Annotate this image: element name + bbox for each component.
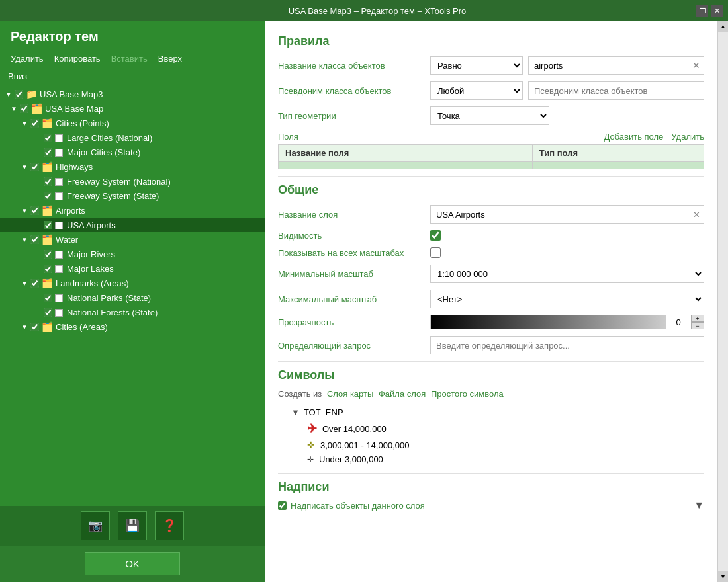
layer-name-input[interactable] xyxy=(430,205,704,224)
class-name-input[interactable] xyxy=(528,56,704,75)
symbol-item-large: ✈ Over 14,000,000 xyxy=(307,419,704,438)
tree-item-majorlakes[interactable]: Major Lakes xyxy=(0,261,265,276)
tree-item-largecities[interactable]: Large Cities (National) xyxy=(0,130,265,145)
tree-item-basemap[interactable]: ▼🗂️USA Base Map xyxy=(0,101,265,116)
tree-checkbox-majorlakes[interactable] xyxy=(44,265,52,273)
transparency-bar[interactable] xyxy=(430,315,666,329)
help-button[interactable]: ❓ xyxy=(155,511,184,540)
alias-label: Псевдоним класса объектов xyxy=(278,86,430,96)
copy-button[interactable]: Копировать xyxy=(52,52,103,65)
tree-item-water[interactable]: ▼🗂️Water xyxy=(0,232,265,247)
layer-name-clear-icon[interactable]: ✕ xyxy=(693,210,700,220)
close-button[interactable]: ✕ xyxy=(711,5,723,17)
create-from-map-layer[interactable]: Слоя карты xyxy=(327,389,373,399)
geom-type-select[interactable]: Точка xyxy=(430,106,549,125)
tree-expand-highways[interactable]: ▼ xyxy=(21,163,29,171)
scroll-down-button[interactable]: ▼ xyxy=(718,571,729,582)
create-from-layer-file[interactable]: Файла слоя xyxy=(379,389,426,399)
tree-item-cities[interactable]: ▼🗂️Cities (Points) xyxy=(0,116,265,130)
tree-checkbox-landmarks[interactable] xyxy=(30,279,39,288)
tree-checkbox-water[interactable] xyxy=(30,235,39,244)
tree-item-natparks[interactable]: National Parks (State) xyxy=(0,290,265,305)
show-all-scales-checkbox[interactable] xyxy=(430,247,441,258)
tree-checkbox-airports[interactable] xyxy=(30,206,39,215)
tree-item-airports[interactable]: ▼🗂️Airports xyxy=(0,203,265,218)
tree-item-majorcities[interactable]: Major Cities (State) xyxy=(0,145,265,159)
scroll-track xyxy=(718,32,728,571)
alias-input[interactable] xyxy=(528,81,704,100)
tree-expand-landmarks[interactable]: ▼ xyxy=(21,280,29,287)
layer-name-row: Название слоя ✕ xyxy=(278,205,704,224)
camera-button[interactable]: 📷 xyxy=(81,511,110,540)
tree-checkbox-freeway1[interactable] xyxy=(44,177,52,186)
tree-container[interactable]: ▼📁USA Base Map3▼🗂️USA Base Map▼🗂️Cities … xyxy=(0,84,265,506)
up-button[interactable]: Вверх xyxy=(156,52,185,65)
transparency-minus[interactable]: − xyxy=(691,322,704,329)
tree-item-citiesareas[interactable]: ▼🗂️Cities (Areas) xyxy=(0,319,265,334)
class-name-select[interactable]: Равно xyxy=(430,56,523,75)
labels-checkbox[interactable] xyxy=(278,501,287,510)
tree-icon-highways: 🗂️ xyxy=(42,161,53,172)
tree-label-water: Water xyxy=(56,235,78,245)
transparency-plus[interactable]: + xyxy=(691,315,704,322)
tree-checkbox-majorrivers[interactable] xyxy=(44,250,52,259)
tree-item-usaairports[interactable]: USA Airports xyxy=(0,218,265,232)
tree-item-majorrivers[interactable]: Major Rivers xyxy=(0,247,265,261)
query-input[interactable] xyxy=(430,336,704,354)
tree-checkbox-usaairports[interactable] xyxy=(44,221,52,229)
create-from-simple-symbol[interactable]: Простого символа xyxy=(431,389,504,399)
tree-item-highways[interactable]: ▼🗂️Highways xyxy=(0,159,265,174)
tree-checkbox-natparks[interactable] xyxy=(44,294,52,302)
tree-icon-largecities xyxy=(55,132,64,143)
tree-checkbox-freeway2[interactable] xyxy=(44,192,52,200)
min-scale-label: Минимальный масштаб xyxy=(278,269,430,279)
far-scrollbar[interactable]: ▲ ▼ xyxy=(717,21,728,582)
tree-checkbox-citiesareas[interactable] xyxy=(30,323,39,331)
tree-item-root[interactable]: ▼📁USA Base Map3 xyxy=(0,87,265,101)
max-scale-select[interactable]: <Нет> xyxy=(430,290,704,308)
add-field-button[interactable]: Добавить поле xyxy=(604,132,663,142)
labels-expand-icon[interactable]: ▼ xyxy=(694,499,704,511)
tree-item-landmarks[interactable]: ▼🗂️Landmarks (Areas) xyxy=(0,276,265,290)
query-label: Определяющий запрос xyxy=(278,341,430,351)
tree-checkbox-majorcities[interactable] xyxy=(44,148,52,157)
symbol-root-expand[interactable]: ▼ xyxy=(291,407,300,417)
tree-checkbox-highways[interactable] xyxy=(30,163,39,171)
tree-expand-root[interactable]: ▼ xyxy=(5,91,13,98)
create-from-row: Создать из Слоя карты Файла слоя Простог… xyxy=(278,389,704,399)
alias-select[interactable]: Любой xyxy=(430,81,523,100)
delete-button[interactable]: Удалить xyxy=(8,52,46,65)
scroll-up-button[interactable]: ▲ xyxy=(718,21,729,32)
tree-checkbox-cities[interactable] xyxy=(30,119,39,128)
tree-expand-citiesareas[interactable]: ▼ xyxy=(21,323,29,331)
delete-field-button[interactable]: Удалить xyxy=(671,132,704,142)
show-all-scales-label: Показывать на всех масштабах xyxy=(278,248,430,258)
query-row: Определяющий запрос xyxy=(278,336,704,354)
min-scale-select[interactable]: 1:10 000 000 xyxy=(430,265,704,283)
tree-expand-water[interactable]: ▼ xyxy=(21,236,29,243)
tree-checkbox-basemap[interactable] xyxy=(20,104,28,113)
class-name-clear-icon[interactable]: ✕ xyxy=(692,60,700,71)
tree-checkbox-natforests[interactable] xyxy=(44,308,52,317)
general-header: Общие xyxy=(278,183,704,197)
tree-checkbox-largecities[interactable] xyxy=(44,134,52,142)
tree-item-natforests[interactable]: National Forests (State) xyxy=(0,305,265,319)
minimize-button[interactable]: 🗖 xyxy=(696,5,708,17)
visibility-checkbox[interactable] xyxy=(430,230,441,241)
panel-header: Редактор тем xyxy=(0,21,265,50)
tree-expand-basemap[interactable]: ▼ xyxy=(11,105,19,112)
geom-type-row: Тип геометрии Точка xyxy=(278,106,704,125)
tree-icon-majorcities xyxy=(55,147,64,157)
ok-button[interactable]: OK xyxy=(85,552,180,575)
save-button[interactable]: 💾 xyxy=(118,511,147,540)
ok-bar: OK xyxy=(0,546,265,582)
field-table: Название поля Тип поля xyxy=(278,144,704,169)
tree-item-freeway1[interactable]: Freeway System (National) xyxy=(0,174,265,188)
tree-checkbox-root[interactable] xyxy=(15,90,23,99)
tree-label-majorcities: Major Cities (State) xyxy=(67,147,140,157)
paste-button[interactable]: Вставить xyxy=(109,52,150,65)
tree-label-basemap: USA Base Map xyxy=(45,104,103,114)
tree-expand-cities[interactable]: ▼ xyxy=(21,120,29,127)
tree-expand-airports[interactable]: ▼ xyxy=(21,207,29,214)
tree-item-freeway2[interactable]: Freeway System (State) xyxy=(0,188,265,203)
